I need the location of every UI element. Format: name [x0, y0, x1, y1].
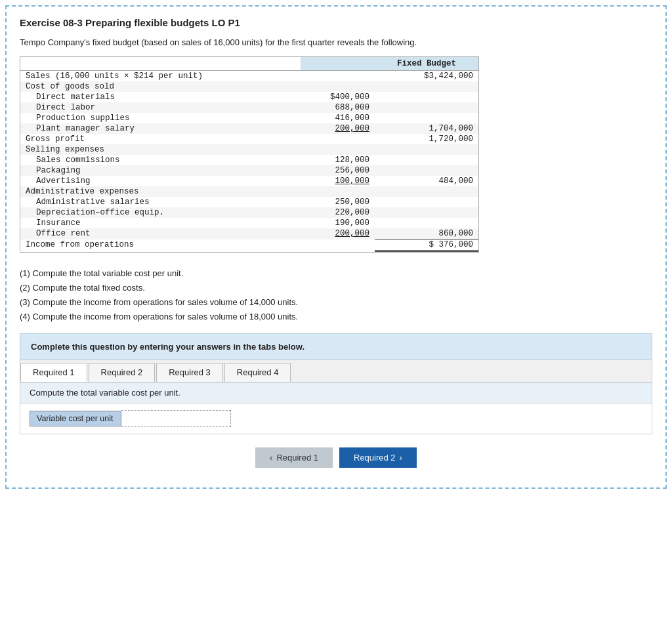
row-label: Direct materials [20, 92, 301, 102]
row-col1: 688,000 [301, 102, 375, 113]
row-label: Sales (16,000 units × $214 per unit) [20, 71, 301, 82]
input-row: Variable cost per unit [30, 410, 642, 427]
row-col2 [375, 144, 478, 155]
budget-table: Fixed Budget Sales (16,000 units × $214 … [20, 57, 478, 252]
table-row: Plant manager salary 200,000 1,704,000 [20, 123, 478, 134]
table-row: Income from operations $ 376,000 [20, 239, 478, 251]
table-row: Selling expenses [20, 144, 478, 155]
row-col1: 200,000 [301, 123, 375, 134]
page-wrapper: Exercise 08-3 Preparing flexible budgets… [5, 5, 667, 489]
row-label: Insurance [20, 218, 301, 228]
row-col2 [375, 197, 478, 207]
variable-cost-label: Variable cost per unit [30, 411, 121, 426]
row-col2 [375, 102, 478, 113]
row-col2 [375, 113, 478, 123]
tab-required-4[interactable]: Required 4 [224, 363, 291, 382]
row-col2 [375, 155, 478, 165]
row-label: Sales commissions [20, 155, 301, 165]
row-label: Gross profit [20, 134, 301, 144]
tab-content-header: Compute the total variable cost per unit… [20, 382, 652, 403]
row-col1: 416,000 [301, 113, 375, 123]
next-button-label: Required 2 [354, 453, 396, 463]
tabs-row: Required 1 Required 2 Required 3 Require… [20, 360, 652, 382]
table-row: Sales commissions 128,000 [20, 155, 478, 165]
row-label: Income from operations [20, 239, 301, 251]
prev-button-label: Required 1 [276, 453, 318, 463]
tab-content: Compute the total variable cost per unit… [20, 382, 652, 434]
next-button[interactable]: Required 2 › [339, 447, 417, 468]
row-label: Direct labor [20, 102, 301, 113]
row-col1 [301, 71, 375, 82]
row-label: Plant manager salary [20, 123, 301, 134]
row-label: Administrative expenses [20, 186, 301, 197]
row-label: Selling expenses [20, 144, 301, 155]
instructions: (1) Compute the total variable cost per … [20, 266, 652, 324]
table-row: Direct labor 688,000 [20, 102, 478, 113]
row-col1: 220,000 [301, 207, 375, 218]
table-row: Advertising 100,000 484,000 [20, 176, 478, 186]
table-row: Production supplies 416,000 [20, 113, 478, 123]
row-label: Packaging [20, 165, 301, 176]
row-col2 [375, 218, 478, 228]
nav-buttons: ‹ Required 1 Required 2 › [20, 447, 652, 474]
row-label: Production supplies [20, 113, 301, 123]
row-col2: 860,000 [375, 228, 478, 239]
table-row: Insurance 190,000 [20, 218, 478, 228]
tab-content-body: Variable cost per unit [20, 403, 652, 434]
row-col1: 128,000 [301, 155, 375, 165]
table-row: Administrative salaries 250,000 [20, 197, 478, 207]
row-col2: 484,000 [375, 176, 478, 186]
prev-button[interactable]: ‹ Required 1 [255, 447, 333, 468]
instruction-1: (1) Compute the total variable cost per … [20, 266, 652, 281]
budget-table-wrapper: Fixed Budget Sales (16,000 units × $214 … [20, 56, 479, 253]
tab-required-3[interactable]: Required 3 [156, 363, 223, 382]
row-label: Advertising [20, 176, 301, 186]
tabs-area: Required 1 Required 2 Required 3 Require… [20, 360, 652, 434]
row-col1: 200,000 [301, 228, 375, 239]
row-col2 [375, 207, 478, 218]
row-col1 [301, 81, 375, 92]
table-row: Packaging 256,000 [20, 165, 478, 176]
table-row: Gross profit 1,720,000 [20, 134, 478, 144]
row-label: Depreciation–office equip. [20, 207, 301, 218]
table-row: Office rent 200,000 860,000 [20, 228, 478, 239]
row-col2: 1,704,000 [375, 123, 478, 134]
instruction-3: (3) Compute the income from operations f… [20, 295, 652, 310]
row-label: Administrative salaries [20, 197, 301, 207]
row-col1 [301, 239, 375, 251]
instruction-4: (4) Compute the income from operations f… [20, 310, 652, 324]
row-col1 [301, 144, 375, 155]
row-col1: 190,000 [301, 218, 375, 228]
chevron-left-icon: ‹ [270, 453, 272, 463]
row-col2: 1,720,000 [375, 134, 478, 144]
row-col2 [375, 92, 478, 102]
row-col2 [375, 165, 478, 176]
variable-cost-input[interactable] [121, 410, 231, 427]
table-row: Sales (16,000 units × $214 per unit) $3,… [20, 71, 478, 82]
table-row: Administrative expenses [20, 186, 478, 197]
row-col2: $ 376,000 [375, 239, 478, 251]
row-label: Cost of goods sold [20, 81, 301, 92]
row-col1: 250,000 [301, 197, 375, 207]
table-row: Depreciation–office equip. 220,000 [20, 207, 478, 218]
chevron-right-icon: › [400, 453, 402, 463]
table-row: Cost of goods sold [20, 81, 478, 92]
table-row: Direct materials $400,000 [20, 92, 478, 102]
row-col2 [375, 81, 478, 92]
fixed-budget-header: Fixed Budget [375, 57, 478, 71]
row-col1: $400,000 [301, 92, 375, 102]
instruction-2: (2) Compute the total fixed costs. [20, 281, 652, 295]
tab-required-1[interactable]: Required 1 [20, 363, 87, 382]
row-col1: 100,000 [301, 176, 375, 186]
row-col1 [301, 186, 375, 197]
complete-box: Complete this question by entering your … [20, 333, 652, 360]
row-col1: 256,000 [301, 165, 375, 176]
col1-header [301, 57, 375, 71]
row-col2 [375, 186, 478, 197]
row-col1 [301, 134, 375, 144]
intro-text: Tempo Company's fixed budget (based on s… [20, 37, 652, 47]
row-label: Office rent [20, 228, 301, 239]
exercise-title: Exercise 08-3 Preparing flexible budgets… [20, 17, 652, 28]
tab-required-2[interactable]: Required 2 [89, 363, 156, 382]
row-col2: $3,424,000 [375, 71, 478, 82]
